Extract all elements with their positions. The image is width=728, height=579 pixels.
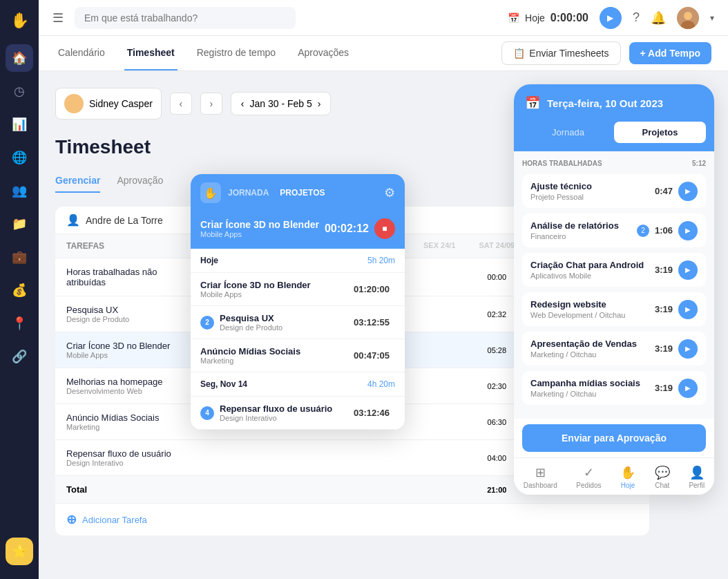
play-button[interactable]: ▶: [600, 7, 622, 29]
add-tempo-button[interactable]: + Add Tempo: [629, 42, 712, 64]
user-name: Sidney Casper: [89, 98, 153, 109]
task-cell: Criar Ícone 3D no Blender Mobile Apps: [66, 341, 181, 359]
popup-tab-jornada[interactable]: JORNADA: [228, 188, 269, 198]
user-prev-button[interactable]: ‹: [170, 93, 192, 115]
user-filter-icon: 👤: [66, 213, 80, 227]
phone-play-5[interactable]: ▶: [678, 379, 698, 398]
phone-nav-pedidos[interactable]: ✓ Pedidos: [576, 465, 601, 489]
phone-task-item: Campanha mídias sociais Marketing / Oitc…: [522, 371, 706, 405]
sidebar-star-button[interactable]: ⭐: [6, 538, 33, 565]
date-range-selector[interactable]: ‹ Jan 30 - Feb 5 ›: [231, 92, 332, 115]
sidebar-item-home[interactable]: 🏠: [6, 44, 33, 72]
user-avatar[interactable]: [677, 7, 699, 29]
phone-play-4[interactable]: ▶: [678, 339, 698, 359]
phone-panel: 📅 Terça-feira, 10 Out 2023 Jornada Proje…: [514, 84, 714, 495]
tab-aprovacoes[interactable]: Aprovações: [295, 36, 352, 70]
avatar-chevron-icon[interactable]: ▾: [710, 13, 714, 23]
popup-body: Hoje 5h 20m Criar Ícone 3D no Blender Mo…: [191, 249, 405, 430]
user-avatar-small: [64, 94, 84, 113]
popup-settings-icon[interactable]: ⚙: [384, 185, 395, 200]
phone-play-2[interactable]: ▶: [678, 260, 698, 280]
bell-icon[interactable]: 🔔: [651, 10, 666, 26]
task-cell: Horas trabalhadas não atribuídas: [66, 267, 181, 287]
phone-header: 📅 Terça-feira, 10 Out 2023: [514, 84, 714, 122]
dashboard-icon: ⊞: [535, 465, 546, 480]
enviar-timesheets-button[interactable]: 📋 Enviar Timesheets: [501, 41, 620, 65]
popup-task-row: 4 Repensar fluxo de usuário Design Inter…: [191, 397, 405, 430]
sidebar-item-work[interactable]: 💼: [6, 243, 33, 271]
phone-nav: ⊞ Dashboard ✓ Pedidos ✋ Hoje 💬 Chat 👤 Pe…: [514, 457, 714, 495]
phone-calendar-icon: 📅: [525, 95, 540, 111]
help-icon[interactable]: ?: [633, 10, 640, 25]
phone-nav-dashboard[interactable]: ⊞ Dashboard: [524, 465, 557, 489]
menu-icon[interactable]: ☰: [52, 10, 64, 26]
task-cell: Melhorias na homepage Desenvolvimento We…: [66, 377, 181, 395]
tab-timesheet[interactable]: Timesheet: [124, 36, 178, 70]
sidebar-item-org[interactable]: 🔗: [6, 343, 33, 370]
app-logo: ✋: [7, 8, 32, 33]
sidebar-item-globe[interactable]: 🌐: [6, 144, 33, 171]
popup-active-task: Criar Ícone 3D no Blender Mobile Apps 00…: [191, 211, 405, 249]
tab-registro[interactable]: Registro de tempo: [194, 36, 278, 70]
phone-tab-jornada[interactable]: Jornada: [522, 122, 614, 143]
popup-task-row: Anúncio Mídias Sociais Marketing 00:47:0…: [191, 339, 405, 372]
subtab-aprovacao[interactable]: Aprovação: [117, 169, 163, 193]
svg-point-1: [684, 12, 692, 20]
date-range-next-icon: ›: [318, 98, 321, 109]
hoje-icon: ✋: [620, 465, 635, 480]
overlay-popup: ✋ JORNADA PROJETOS ⚙ Criar Ícone 3D no B…: [191, 174, 405, 430]
topbar: ☰ 📅 Hoje 0:00:00 ▶ ? 🔔 ▾: [39, 0, 728, 36]
phone-nav-chat[interactable]: 💬 Chat: [655, 465, 670, 489]
subtab-gerenciar[interactable]: Gerenciar: [55, 169, 100, 193]
popup-task-row: Criar Ícone 3D no Blender Mobile Apps 01…: [191, 273, 405, 306]
phone-play-3[interactable]: ▶: [678, 300, 698, 319]
task-badge-1: 2: [637, 225, 649, 237]
sidebar-item-users[interactable]: 👥: [6, 177, 33, 205]
popup-tabs: JORNADA PROJETOS: [228, 188, 325, 198]
send-icon: 📋: [513, 48, 525, 59]
sidebar-item-time[interactable]: ◷: [6, 77, 33, 105]
phone-nav-perfil[interactable]: 👤 Perfil: [689, 465, 705, 489]
user-chip[interactable]: Sidney Casper: [55, 88, 162, 120]
popup-task-num: 2: [200, 316, 214, 330]
phone-nav-hoje[interactable]: ✋ Hoje: [620, 465, 635, 489]
popup-tab-projetos[interactable]: PROJETOS: [280, 188, 325, 198]
date-range-label: Jan 30 - Feb 5: [250, 98, 312, 109]
popup-date-row-hoje: Hoje 5h 20m: [191, 249, 405, 273]
popup-header: ✋ JORNADA PROJETOS ⚙: [191, 174, 405, 211]
topbar-date: 📅 Hoje 0:00:00: [508, 12, 588, 24]
perfil-icon: 👤: [689, 465, 705, 480]
phone-play-1[interactable]: ▶: [678, 221, 698, 240]
phone-tab-projetos[interactable]: Projetos: [614, 122, 706, 143]
phone-section-label: HORAS TRABALHADAS 5:12: [522, 160, 706, 167]
pedidos-icon: ✓: [584, 465, 594, 480]
phone-task-item: Redesign website Web Development / Oitch…: [522, 292, 706, 326]
phone-play-0[interactable]: ▶: [678, 182, 698, 201]
sidebar-item-reports[interactable]: 📊: [6, 111, 33, 138]
topbar-right: 📅 Hoje 0:00:00 ▶ ? 🔔 ▾: [508, 7, 714, 29]
add-icon: ⊕: [66, 512, 77, 527]
col-tasks-header: TAREFAS: [66, 241, 181, 251]
popup-task-num: 4: [200, 406, 214, 420]
tab-bar: Calendário Timesheet Registro de tempo A…: [39, 36, 728, 71]
sidebar-item-location[interactable]: 📍: [6, 310, 33, 337]
phone-task-item: Ajuste técnico Projeto Pessoal 0:47 ▶: [522, 174, 706, 208]
popup-task-row: 2 Pesquisa UX Design de Produto 03:12:55: [191, 306, 405, 339]
popup-logo: ✋: [200, 182, 221, 203]
tab-calendario[interactable]: Calendário: [55, 36, 108, 70]
search-input[interactable]: [75, 7, 296, 29]
sidebar-item-files[interactable]: 📁: [6, 210, 33, 238]
phone-body: HORAS TRABALHADAS 5:12 Ajuste técnico Pr…: [514, 151, 714, 419]
phone-approve-button[interactable]: Enviar para Aprovação: [522, 424, 706, 452]
popup-stop-button[interactable]: ■: [374, 218, 395, 239]
date-range-prev-icon: ‹: [241, 98, 245, 109]
col-fri-header: SEX 24/1: [411, 241, 468, 251]
sidebar-item-money[interactable]: 💰: [6, 276, 33, 304]
add-task-button[interactable]: ⊕ Adicionar Tarefa: [55, 504, 649, 535]
user-next-button[interactable]: ›: [200, 93, 222, 115]
phone-date: Terça-feira, 10 Out 2023: [547, 97, 663, 109]
chat-icon: 💬: [655, 465, 670, 480]
phone-task-item: Análise de relatórios Financeiro 2 1:06 …: [522, 213, 706, 247]
task-cell: Pesquisa UX Design de Produto: [66, 305, 181, 323]
phone-tabs: Jornada Projetos: [514, 122, 714, 151]
